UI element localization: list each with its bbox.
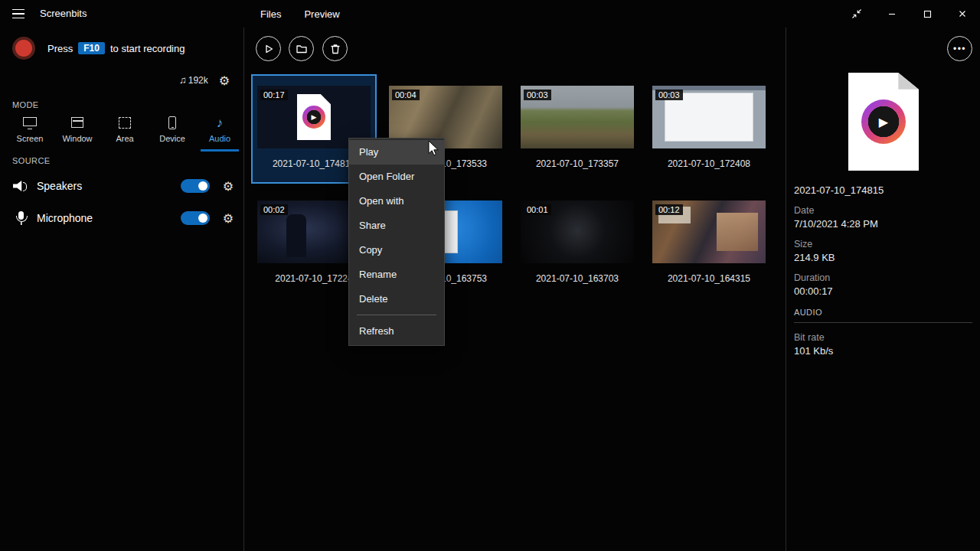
context-menu-item[interactable]: Share xyxy=(349,214,444,238)
source-label: Microphone xyxy=(37,212,93,224)
mode-tab[interactable]: Screen xyxy=(6,113,54,152)
detail-field-value: 7/10/2021 4:28 PM xyxy=(794,218,972,230)
titlebar: Screenbits Files Preview xyxy=(0,0,980,28)
top-tab[interactable]: Files xyxy=(260,8,281,20)
video-filename: 2021-07-10_172408 xyxy=(648,158,770,169)
detail-field: Duration 00:00:17 xyxy=(794,272,972,297)
mode-tab-label: Area xyxy=(116,134,133,143)
mode-tab-icon xyxy=(164,116,181,131)
selected-file-name: 2021-07-10_174815 xyxy=(794,184,972,196)
detail-field-label: Date xyxy=(794,205,972,216)
detail-field-value: 00:00:17 xyxy=(794,285,972,297)
mouse-cursor xyxy=(426,140,443,157)
audio-bitrate: 192k xyxy=(179,74,208,86)
video-filename: 2021-07-10_163703 xyxy=(516,273,639,284)
files-pane: 00:17 2021-07-10_174815 00:04 2021-07-10… xyxy=(244,28,786,551)
music-note-icon xyxy=(179,74,187,86)
duration-badge: 00:01 xyxy=(524,204,551,215)
hamburger-icon xyxy=(12,9,24,11)
source-icon xyxy=(12,210,31,227)
record-hint: Press F10 to start recording xyxy=(47,42,185,54)
app-title: Screenbits xyxy=(40,0,87,28)
top-tab[interactable]: Preview xyxy=(304,8,339,20)
audio-fields: Bit rate 101 Kb/s xyxy=(794,332,972,357)
close-icon xyxy=(956,8,969,20)
mode-tab[interactable]: Window xyxy=(54,113,101,152)
minimize-button[interactable] xyxy=(874,0,910,28)
context-menu-item[interactable]: Refresh xyxy=(349,319,444,344)
duration-badge: 00:03 xyxy=(524,90,551,100)
mode-tab-label: Screen xyxy=(17,134,44,143)
record-hint-suffix: to start recording xyxy=(110,43,185,54)
detail-panel: 2021-07-10_174815 Date 7/10/2021 4:28 PM… xyxy=(786,28,980,551)
context-menu-item[interactable]: Rename xyxy=(349,262,444,287)
mode-tab[interactable]: Audio xyxy=(196,113,243,152)
context-menu-item[interactable]: Open Folder xyxy=(349,165,444,189)
gallery-item[interactable]: 00:03 2021-07-10_172408 xyxy=(646,74,772,184)
detail-field-value: 101 Kb/s xyxy=(794,345,972,357)
gallery-item[interactable]: 00:12 2021-07-10_164315 xyxy=(646,189,772,298)
maximize-button[interactable] xyxy=(910,0,945,28)
thumbnail-frame: 00:12 xyxy=(652,201,766,263)
audio-settings-button[interactable] xyxy=(217,73,232,88)
mode-tab-icon xyxy=(116,116,133,131)
gallery-item[interactable]: 00:01 2021-07-10_163703 xyxy=(514,189,640,298)
hamburger-menu-button[interactable] xyxy=(0,0,37,28)
mode-tab[interactable]: Area xyxy=(101,113,149,152)
toggle-switch[interactable] xyxy=(181,211,210,225)
record-button[interactable] xyxy=(12,37,35,60)
video-filename: 2021-07-10_173357 xyxy=(516,158,639,169)
source-row: Microphone xyxy=(0,205,243,231)
mode-heading: MODE xyxy=(12,100,39,109)
play-badge-icon xyxy=(861,99,906,144)
mode-tab-icon xyxy=(211,116,228,131)
duration-badge: 00:04 xyxy=(392,90,420,100)
mode-tab-icon xyxy=(21,116,38,131)
audio-section-heading: AUDIO xyxy=(794,308,972,323)
source-settings-button[interactable] xyxy=(220,210,236,226)
gear-icon xyxy=(223,179,234,194)
detail-body: 2021-07-10_174815 Date 7/10/2021 4:28 PM… xyxy=(794,184,972,357)
detail-field-value: 214.9 KB xyxy=(794,252,972,263)
duration-badge: 00:17 xyxy=(260,90,288,100)
sidebar: Press F10 to start recording 192k MODE S… xyxy=(0,28,244,551)
context-menu-item[interactable]: Open with xyxy=(349,189,444,214)
mode-tab[interactable]: Device xyxy=(149,113,196,152)
video-gallery: 00:17 2021-07-10_174815 00:04 2021-07-10… xyxy=(244,28,786,551)
detail-field-label: Size xyxy=(794,239,972,249)
source-row: Speakers xyxy=(0,173,243,199)
detail-field: Bit rate 101 Kb/s xyxy=(794,332,972,357)
source-rows: Speakers Microphone xyxy=(0,173,243,237)
context-menu-item[interactable]: Copy xyxy=(349,238,444,262)
duration-badge: 00:02 xyxy=(260,204,288,215)
detail-field: Size 214.9 KB xyxy=(794,239,972,263)
source-label: Speakers xyxy=(37,180,82,192)
compact-mode-button[interactable] xyxy=(839,0,874,28)
gear-icon xyxy=(219,73,230,88)
detail-field-label: Duration xyxy=(794,272,972,283)
mode-tab-label: Device xyxy=(159,134,185,143)
thumbnail-frame: 00:01 xyxy=(521,201,634,263)
detail-field: Date 7/10/2021 4:28 PM xyxy=(794,205,972,230)
mode-tab-label: Window xyxy=(62,134,92,143)
toggle-switch[interactable] xyxy=(181,179,210,193)
gallery-item[interactable]: 00:03 2021-07-10_173357 xyxy=(514,74,640,184)
mode-tab-icon xyxy=(69,116,86,131)
source-settings-button[interactable] xyxy=(220,178,236,194)
detail-field-label: Bit rate xyxy=(794,332,972,343)
context-menu-item[interactable]: Delete xyxy=(349,287,444,311)
window-controls xyxy=(839,0,980,28)
minimize-icon xyxy=(886,8,898,20)
close-button[interactable] xyxy=(945,0,980,28)
bitrate-value: 192k xyxy=(188,75,208,86)
thumbnail-frame: 00:03 xyxy=(521,86,634,148)
duration-badge: 00:03 xyxy=(655,90,683,100)
thumbnail-frame: 00:03 xyxy=(652,86,766,148)
gear-icon xyxy=(223,211,234,226)
preview-file-icon xyxy=(848,73,919,171)
detail-fields: Date 7/10/2021 4:28 PM Size 214.9 KB Dur… xyxy=(794,205,972,297)
top-tabs: Files Preview xyxy=(260,0,340,28)
source-heading: SOURCE xyxy=(12,156,50,165)
mode-tab-label: Audio xyxy=(209,134,230,143)
duration-badge: 00:12 xyxy=(655,204,683,215)
